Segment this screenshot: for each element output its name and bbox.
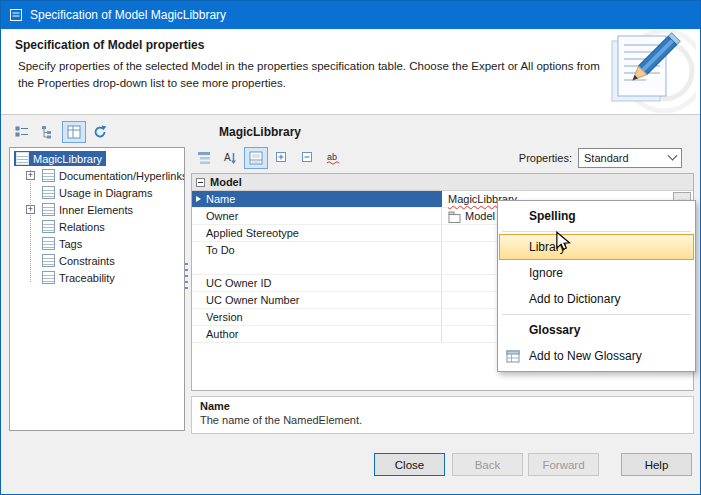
tree-item-tags[interactable]: Tags — [10, 235, 184, 252]
tags-icon — [42, 237, 55, 250]
categorized-view-button[interactable] — [192, 147, 216, 169]
traceability-icon — [42, 271, 55, 284]
tree-item-constraints[interactable]: Constraints — [10, 252, 184, 269]
svg-text:A: A — [224, 152, 231, 163]
dialog-header: Specification of Model properties Specif… — [1, 29, 700, 115]
sort-alphabetically-icon: A — [223, 151, 237, 165]
menu-separator — [502, 231, 691, 232]
grid-view-icon — [67, 125, 81, 139]
property-name: UC Owner ID — [206, 277, 271, 289]
back-button[interactable]: Back — [452, 453, 523, 476]
titlebar[interactable]: Specification of Model MagicLibbrary — [1, 1, 700, 29]
specification-icon — [9, 8, 23, 22]
svg-text:ab: ab — [327, 152, 337, 162]
menu-separator — [502, 314, 691, 315]
selected-row-marker-icon — [196, 196, 201, 202]
usage-icon — [42, 186, 55, 199]
tree-item-magiclibbrary[interactable]: MagicLibbrary — [10, 150, 184, 167]
header-title: Specification of Model properties — [15, 38, 204, 52]
expand-icon[interactable]: + — [26, 205, 35, 214]
tree-item-traceability[interactable]: Traceability — [10, 269, 184, 286]
collapse-groups-icon — [301, 151, 315, 165]
property-name: Version — [206, 311, 243, 323]
refresh-button[interactable] — [88, 121, 112, 143]
mouse-cursor-icon — [555, 231, 573, 250]
refresh-icon — [93, 125, 107, 139]
menu-item-library[interactable]: Library — [499, 234, 694, 260]
tree-item-label: Usage in Diagrams — [59, 187, 153, 199]
spelling-context-menu: Spelling Library Ignore Add to Dictionar… — [497, 200, 696, 372]
tree-view-button[interactable] — [36, 121, 60, 143]
containment-tree[interactable]: MagicLibbrary + Documentation/Hyperlinks… — [9, 147, 185, 431]
collapse-icon[interactable] — [196, 178, 205, 187]
show-description-button[interactable] — [244, 147, 268, 169]
tree-item-inner-elements[interactable]: + Inner Elements — [10, 201, 184, 218]
description-title: Name — [200, 400, 685, 412]
relations-icon — [42, 220, 55, 233]
sort-alphabetically-button[interactable]: A — [218, 147, 242, 169]
forward-button[interactable]: Forward — [528, 453, 599, 476]
expand-groups-icon — [275, 151, 289, 165]
list-view-icon — [15, 125, 29, 139]
menu-item-label: Add to New Glossary — [529, 349, 642, 363]
description-text: The name of the NamedElement. — [200, 414, 685, 426]
property-value: Model — [465, 210, 495, 222]
tree-item-label: Inner Elements — [59, 204, 133, 216]
list-view-button[interactable] — [10, 121, 34, 143]
menu-item-ignore[interactable]: Ignore — [499, 260, 694, 286]
collapse-groups-button[interactable] — [296, 147, 320, 169]
close-button[interactable]: Close — [374, 453, 445, 476]
tree-item-label: MagicLibbrary — [33, 153, 102, 165]
specification-dialog: Specification of Model MagicLibbrary — [0, 0, 701, 495]
property-name: Applied Stereotype — [206, 227, 299, 239]
tree-toolbar — [10, 121, 112, 143]
tree-item-relations[interactable]: Relations — [10, 218, 184, 235]
property-name: To Do — [206, 244, 235, 256]
menu-item-add-to-new-glossary[interactable]: Add to New Glossary — [499, 343, 694, 369]
element-name-title: MagicLibbrary — [219, 125, 301, 139]
header-description-line2: the Properties drop-down list to see mor… — [18, 75, 600, 92]
expand-groups-button[interactable] — [270, 147, 294, 169]
constraints-icon — [42, 254, 55, 267]
categorized-view-icon — [197, 151, 211, 165]
properties-toolbar: A — [192, 147, 692, 169]
properties-label: Properties: — [519, 152, 572, 164]
show-description-icon — [249, 151, 263, 165]
model-icon — [448, 211, 461, 224]
tree-item-label: Traceability — [59, 272, 115, 284]
dialog-buttons: Close Back Forward Help — [1, 453, 692, 476]
property-group-label: Model — [210, 176, 242, 188]
menu-item-add-to-dictionary[interactable]: Add to Dictionary — [499, 286, 694, 312]
model-icon — [16, 152, 29, 165]
window-title: Specification of Model MagicLibbrary — [30, 8, 226, 22]
help-button[interactable]: Help — [621, 453, 692, 476]
property-name: Owner — [206, 210, 238, 222]
properties-mode-value: Standard — [584, 152, 629, 164]
tree-item-label: Documentation/Hyperlinks — [59, 170, 185, 182]
check-spelling-button[interactable]: ab — [322, 147, 346, 169]
header-description: Specify properties of the selected Model… — [18, 58, 600, 91]
glossary-icon — [506, 350, 520, 363]
tree-item-documentation[interactable]: + Documentation/Hyperlinks — [10, 167, 184, 184]
property-name: Author — [206, 328, 238, 340]
description-panel: Name The name of the NamedElement. — [191, 396, 694, 434]
header-description-line1: Specify properties of the selected Model… — [18, 58, 600, 75]
chevron-down-icon — [668, 150, 678, 160]
splitter-handle[interactable] — [185, 263, 188, 291]
properties-mode-select[interactable]: Standard — [578, 148, 682, 168]
compartments-view-button[interactable] — [62, 121, 86, 143]
property-name: UC Owner Number — [206, 294, 300, 306]
inner-elements-icon — [42, 203, 55, 216]
tree-item-label: Tags — [59, 238, 82, 250]
expand-icon[interactable]: + — [26, 171, 35, 180]
menu-header-spelling: Spelling — [499, 203, 694, 229]
documentation-icon — [42, 169, 55, 182]
property-name: Name — [206, 193, 235, 205]
property-group-row[interactable]: Model — [192, 174, 693, 191]
tree-item-label: Relations — [59, 221, 105, 233]
tree-item-label: Constraints — [59, 255, 115, 267]
check-spelling-icon: ab — [326, 151, 342, 165]
menu-header-glossary: Glossary — [499, 317, 694, 343]
tree-item-usage-in-diagrams[interactable]: Usage in Diagrams — [10, 184, 184, 201]
tree-view-icon — [41, 125, 55, 139]
